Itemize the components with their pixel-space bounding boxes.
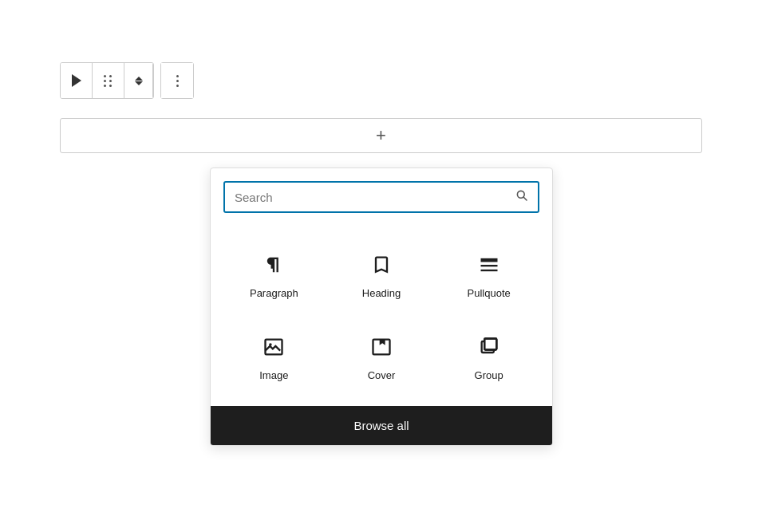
block-item-image[interactable]: Image (223, 317, 325, 393)
play-button[interactable] (61, 63, 93, 98)
chevron-up-icon (135, 77, 143, 81)
svg-rect-9 (484, 339, 496, 350)
paragraph-icon (263, 250, 285, 279)
paragraph-label: Paragraph (250, 287, 298, 299)
svg-line-1 (523, 197, 527, 200)
options-icon (176, 75, 179, 87)
toolbar-right-group (160, 62, 194, 99)
pullquote-icon (478, 250, 500, 279)
options-button[interactable] (161, 63, 193, 98)
block-item-heading[interactable]: Heading (331, 235, 432, 311)
move-up-down-button[interactable] (124, 63, 153, 98)
play-icon (72, 74, 81, 87)
drag-icon (104, 75, 113, 87)
svg-rect-2 (480, 258, 497, 262)
block-item-group[interactable]: Group (438, 317, 539, 393)
svg-rect-4 (480, 270, 497, 271)
heading-label: Heading (362, 287, 401, 299)
block-item-cover[interactable]: Cover (331, 317, 432, 393)
image-label: Image (259, 369, 288, 381)
block-toolbar (60, 62, 194, 99)
block-item-paragraph[interactable]: Paragraph (223, 235, 325, 311)
block-item-pullquote[interactable]: Pullquote (438, 235, 539, 311)
cover-icon (370, 333, 393, 361)
plus-icon: + (376, 125, 386, 146)
search-area (211, 168, 552, 223)
heading-icon (370, 250, 393, 279)
block-inserter-popup: Paragraph Heading Pullquote (210, 167, 553, 446)
chevron-down-icon (135, 81, 143, 85)
add-block-row: + (60, 118, 702, 153)
pullquote-label: Pullquote (468, 287, 511, 299)
toolbar-left-group (60, 62, 154, 99)
image-icon (263, 333, 285, 361)
block-grid: Paragraph Heading Pullquote (211, 223, 552, 400)
search-input[interactable] (235, 191, 509, 204)
search-icon (515, 189, 528, 205)
search-box (223, 181, 539, 213)
cover-label: Cover (368, 369, 396, 381)
group-label: Group (475, 369, 503, 381)
add-block-button[interactable]: + (60, 118, 702, 153)
drag-button[interactable] (93, 63, 124, 98)
browse-all-button[interactable]: Browse all (211, 406, 552, 445)
group-icon (478, 333, 500, 361)
